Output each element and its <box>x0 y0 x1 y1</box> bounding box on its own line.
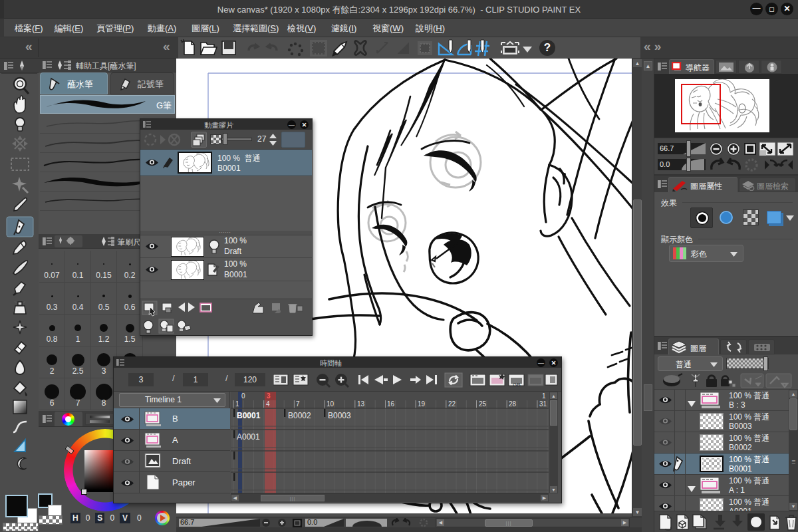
svg-text:B0001: B0001 <box>237 411 261 420</box>
svg-text:19: 19 <box>418 400 426 408</box>
svg-text:B0002: B0002 <box>288 411 311 420</box>
svg-text:13: 13 <box>357 400 365 408</box>
svg-text:31: 31 <box>539 400 547 408</box>
svg-text:GB: GB <box>513 382 521 388</box>
svg-text:0: 0 <box>241 392 245 400</box>
svg-text:1: 1 <box>235 400 239 408</box>
svg-text:25: 25 <box>479 400 487 408</box>
svg-text:10: 10 <box>327 400 334 408</box>
svg-text:A0001: A0001 <box>237 432 260 442</box>
svg-text:7: 7 <box>296 400 300 408</box>
svg-text:4: 4 <box>266 400 270 408</box>
svg-text:1: 1 <box>542 392 546 400</box>
svg-text:16: 16 <box>387 400 395 408</box>
svg-text:28: 28 <box>509 400 517 408</box>
svg-text:3: 3 <box>267 392 271 400</box>
svg-text:B0003: B0003 <box>328 411 351 420</box>
svg-text:22: 22 <box>448 400 456 408</box>
